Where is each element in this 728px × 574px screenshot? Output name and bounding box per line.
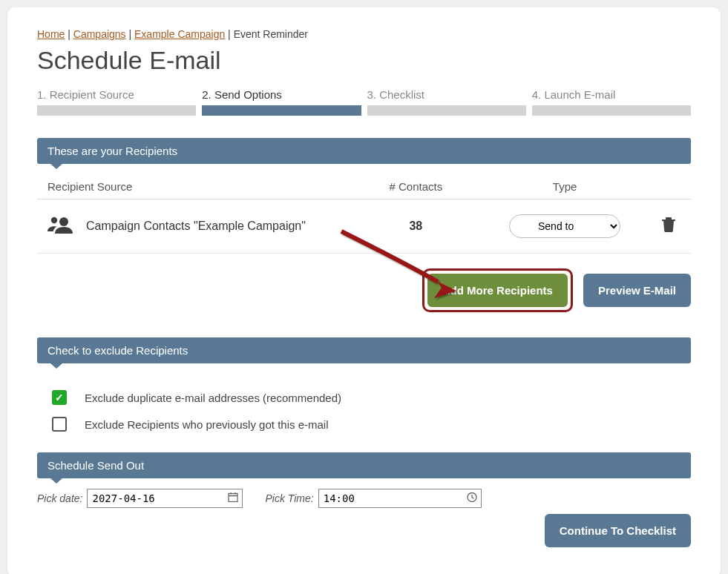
col-contacts: # Contacts <box>351 180 481 193</box>
pick-date-label: Pick date: <box>37 492 82 504</box>
preview-email-button[interactable]: Preview E-Mail <box>583 274 691 307</box>
svg-point-0 <box>59 217 68 226</box>
step-checklist[interactable]: 3. Checklist <box>367 88 526 116</box>
exclude-options: Exclude duplicate e-mail addresses (reco… <box>37 371 691 452</box>
recipient-button-row: Add More Recipients Preview E-Mail <box>37 268 691 312</box>
exclude-duplicates-label: Exclude duplicate e-mail addresses (reco… <box>85 392 341 404</box>
annotation-highlight: Add More Recipients <box>422 268 573 312</box>
breadcrumb-example-campaign[interactable]: Example Campaign <box>134 28 225 40</box>
breadcrumb-current: Event Reminder <box>234 28 308 40</box>
breadcrumb-campaigns[interactable]: Campaigns <box>73 28 126 40</box>
breadcrumb: Home | Campaigns | Example Campaign | Ev… <box>37 28 691 40</box>
pick-time-label: Pick Time: <box>265 492 313 504</box>
exclude-previous-checkbox[interactable] <box>52 417 67 432</box>
panel-header-exclude: Check to exclude Recipients <box>37 337 691 363</box>
recipients-table: Recipient Source # Contacts Type Campaig… <box>37 174 691 254</box>
panel-header-schedule: Schedule Send Out <box>37 452 691 478</box>
pick-date-input[interactable] <box>87 489 243 508</box>
col-type: Type <box>481 180 649 193</box>
svg-point-1 <box>51 217 57 223</box>
step-launch-email[interactable]: 4. Launch E-mail <box>532 88 691 116</box>
row-source-text: Campaign Contacts "Example Campaign" <box>86 220 306 233</box>
pick-time-input[interactable] <box>318 489 482 508</box>
schedule-row: Pick date: Pick Time: <box>37 489 691 508</box>
people-icon <box>47 216 73 237</box>
main-card: Home | Campaigns | Example Campaign | Ev… <box>7 7 721 574</box>
col-source: Recipient Source <box>40 180 351 193</box>
type-select[interactable]: Send to <box>509 214 620 238</box>
add-more-recipients-button[interactable]: Add More Recipients <box>427 274 568 307</box>
table-row: Campaign Contacts "Example Campaign" 38 … <box>37 199 691 254</box>
trash-icon[interactable] <box>662 222 675 234</box>
step-recipient-source[interactable]: 1. Recipient Source <box>37 88 196 116</box>
continue-to-checklist-button[interactable]: Continue To Checklist <box>545 514 691 547</box>
wizard-steps: 1. Recipient Source 2. Send Options 3. C… <box>37 88 691 116</box>
row-count: 38 <box>409 220 422 232</box>
exclude-previous-label: Exclude Recipients who previously got th… <box>85 418 328 431</box>
step-send-options[interactable]: 2. Send Options <box>202 88 361 116</box>
page-title: Schedule E-mail <box>37 46 691 75</box>
exclude-duplicates-checkbox[interactable] <box>52 390 67 405</box>
panel-header-recipients: These are your Recipients <box>37 138 691 164</box>
breadcrumb-home[interactable]: Home <box>37 28 65 40</box>
